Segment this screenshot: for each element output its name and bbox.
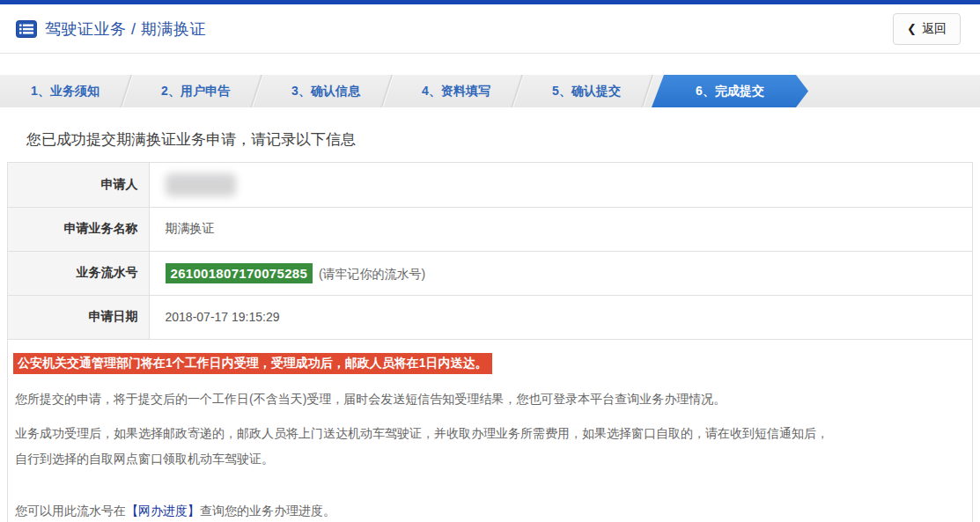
row-label: 业务流水号: [8, 251, 149, 295]
row-value: [149, 163, 972, 207]
alert-banner: 公安机关交通管理部门将在1个工作日内受理，受理成功后，邮政人员将在1日内送达。: [13, 353, 492, 374]
page-title: 驾驶证业务 / 期满换证: [45, 18, 206, 40]
row-label: 申请人: [8, 163, 149, 207]
step-1-business-notice[interactable]: 1、业务须知: [0, 75, 130, 107]
step-5-confirm-submit[interactable]: 5、确认提交: [521, 75, 652, 107]
step-label: 5、确认提交: [552, 84, 621, 98]
notice-section: 公安机关交通管理部门将在1个工作日内受理，受理成功后，邮政人员将在1日内送达。 …: [8, 340, 972, 522]
wizard-step-bar: 1、业务须知 2、用户申告 3、确认信息 4、资料填写 5、确认提交 6、完成提…: [0, 75, 980, 107]
table-row-serial-number: 业务流水号 261001807170075285 (请牢记你的流水号): [8, 251, 972, 295]
progress-suffix: 查询您的业务办理进度。: [200, 504, 335, 518]
notice-paragraph-2-line-1: 业务成功受理后，如果选择邮政寄递的，邮政人员将上门送达机动车驾驶证，并收取办理业…: [15, 426, 829, 440]
row-label: 申请业务名称: [8, 207, 149, 251]
result-panel: 申请人 申请业务名称 期满换证 业务流水号 261001807170075285…: [7, 162, 973, 522]
step-label: 2、用户申告: [161, 84, 230, 98]
table-row-applicant: 申请人: [8, 163, 972, 207]
step-label: 3、确认信息: [291, 84, 360, 98]
online-progress-link[interactable]: 【网办进度】: [126, 504, 200, 518]
table-row-application-date: 申请日期 2018-07-17 19:15:29: [8, 295, 972, 339]
step-2-user-declaration[interactable]: 2、用户申告: [130, 75, 261, 107]
list-icon: [16, 20, 37, 38]
back-button[interactable]: ❮ 返回: [893, 13, 961, 45]
breadcrumb-secondary: 期满换证: [141, 20, 206, 38]
notice-paragraph-2: 业务成功受理后，如果选择邮政寄递的，邮政人员将上门送达机动车驾驶证，并收取办理业…: [15, 421, 967, 472]
serial-number-hint: (请牢记你的流水号): [319, 267, 425, 281]
application-info-table: 申请人 申请业务名称 期满换证 业务流水号 261001807170075285…: [8, 163, 972, 340]
breadcrumb-primary: 驾驶证业务: [45, 20, 127, 38]
step-label: 6、完成提交: [696, 84, 764, 98]
serial-number-badge: 261001807170075285: [166, 263, 313, 283]
progress-prefix: 您可以用此流水号在: [15, 504, 126, 518]
notice-paragraph-2-line-2: 自行到选择的自取网点窗口领取机动车驾驶证。: [15, 452, 274, 466]
breadcrumb-separator: /: [127, 20, 142, 38]
back-chevron-icon: ❮: [907, 22, 917, 35]
success-message: 您已成功提交期满换证业务申请，请记录以下信息: [26, 129, 980, 150]
page-header: 驾驶证业务 / 期满换证 ❮ 返回: [0, 4, 980, 54]
row-value: 期满换证: [149, 207, 972, 251]
back-button-label: 返回: [922, 21, 947, 37]
redacted-applicant-name: [166, 173, 236, 196]
step-6-complete-submit[interactable]: 6、完成提交: [652, 75, 808, 107]
row-value: 261001807170075285 (请牢记你的流水号): [149, 251, 972, 295]
table-row-business-name: 申请业务名称 期满换证: [8, 207, 972, 251]
step-label: 1、业务须知: [31, 84, 99, 98]
notice-paragraph-1: 您所提交的申请，将于提交后的一个工作日(不含当天)受理，届时会发送短信告知受理结…: [15, 386, 967, 412]
step-3-confirm-info[interactable]: 3、确认信息: [261, 75, 391, 107]
row-label: 申请日期: [8, 295, 149, 339]
row-value: 2018-07-17 19:15:29: [149, 295, 972, 339]
progress-query-line: 您可以用此流水号在【网办进度】查询您的业务办理进度。: [15, 498, 967, 522]
step-label: 4、资料填写: [422, 84, 490, 98]
step-4-fill-materials[interactable]: 4、资料填写: [391, 75, 521, 107]
